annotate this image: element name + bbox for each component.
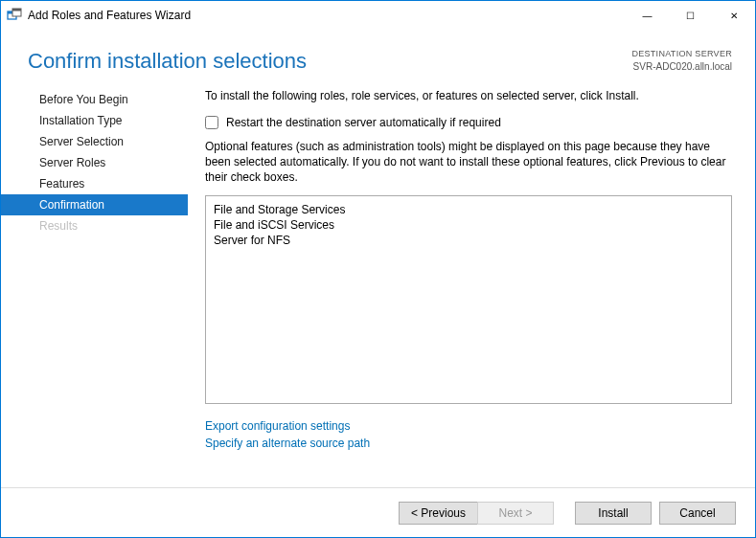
sidebar-item-features[interactable]: Features: [1, 173, 188, 194]
selections-tree: File and Storage Services File and iSCSI…: [205, 195, 732, 404]
destination-label: DESTINATION SERVER: [631, 49, 732, 60]
sidebar-item-installation-type[interactable]: Installation Type: [1, 110, 188, 131]
sidebar-item-server-selection[interactable]: Server Selection: [1, 131, 188, 152]
sidebar-item-server-roles[interactable]: Server Roles: [1, 152, 188, 173]
window-controls: — ☐ ✕: [626, 1, 755, 30]
next-button: Next >: [477, 502, 554, 525]
alt-source-link[interactable]: Specify an alternate source path: [205, 435, 732, 452]
content: To install the following roles, role ser…: [188, 83, 755, 487]
links-block: Export configuration settings Specify an…: [205, 417, 732, 452]
wizard-window: Add Roles and Features Wizard — ☐ ✕ Conf…: [0, 0, 756, 538]
intro-text: To install the following roles, role ser…: [205, 89, 732, 102]
maximize-button[interactable]: ☐: [669, 1, 712, 30]
install-button[interactable]: Install: [575, 502, 652, 525]
footer: < Previous Next > Install Cancel: [1, 487, 755, 537]
destination-block: DESTINATION SERVER SVR-ADC020.alln.local: [631, 49, 732, 73]
sidebar-item-confirmation[interactable]: Confirmation: [1, 194, 188, 215]
cancel-button[interactable]: Cancel: [659, 502, 736, 525]
restart-checkbox[interactable]: [205, 116, 218, 129]
restart-checkbox-label[interactable]: Restart the destination server automatic…: [226, 116, 501, 129]
sidebar: Before You Begin Installation Type Serve…: [1, 83, 188, 487]
app-icon: [7, 8, 22, 23]
sidebar-item-before-you-begin[interactable]: Before You Begin: [1, 89, 188, 110]
svg-rect-3: [12, 9, 21, 11]
destination-server: SVR-ADC020.alln.local: [631, 60, 732, 73]
sidebar-item-results: Results: [1, 215, 188, 236]
titlebar: Add Roles and Features Wizard — ☐ ✕: [1, 1, 755, 30]
close-button[interactable]: ✕: [712, 1, 755, 30]
previous-button[interactable]: < Previous: [399, 502, 477, 525]
optional-text: Optional features (such as administratio…: [205, 139, 732, 186]
window-title: Add Roles and Features Wizard: [28, 9, 191, 22]
page-title: Confirm installation selections: [28, 49, 307, 74]
export-link[interactable]: Export configuration settings: [205, 417, 732, 435]
tree-item: File and iSCSI Services: [214, 217, 723, 233]
header-row: Confirm installation selections DESTINAT…: [1, 30, 755, 78]
tree-item: Server for NFS: [214, 233, 723, 248]
minimize-button[interactable]: —: [626, 1, 669, 30]
restart-checkbox-row[interactable]: Restart the destination server automatic…: [205, 116, 732, 129]
tree-item: File and Storage Services: [214, 202, 723, 217]
body: Before You Begin Installation Type Serve…: [1, 78, 755, 487]
